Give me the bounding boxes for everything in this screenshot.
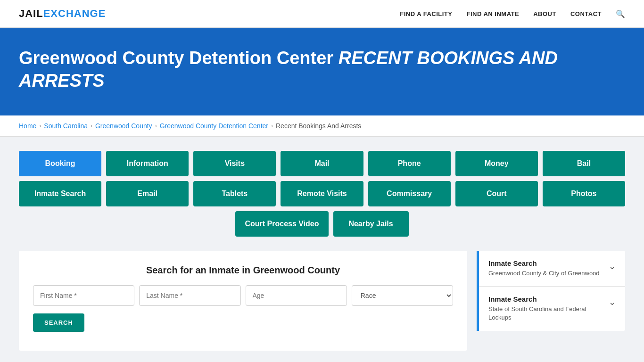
last-name-input[interactable] (139, 285, 240, 306)
sidebar-item-sc[interactable]: Inmate Search State of South Carolina an… (479, 287, 625, 330)
sidebar-item-greenwood-content: Inmate Search Greenwood County & City of… (488, 259, 600, 278)
breadcrumb-facility[interactable]: Greenwood County Detention Center (160, 122, 268, 130)
main-flex-area: Search for an Inmate in Greenwood County… (19, 251, 625, 351)
nav-button-row-2: Inmate Search Email Tablets Remote Visit… (19, 181, 625, 206)
btn-email[interactable]: Email (106, 181, 189, 206)
search-panel: Search for an Inmate in Greenwood County… (19, 251, 467, 351)
breadcrumb-home[interactable]: Home (19, 122, 36, 130)
sidebar-wrapper: Inmate Search Greenwood County & City of… (477, 251, 625, 331)
btn-inmate-search[interactable]: Inmate Search (19, 181, 101, 206)
logo-jail: JAIL (19, 8, 43, 19)
nav-link-contact[interactable]: CONTACT (570, 10, 602, 17)
search-icon[interactable]: 🔍 (616, 9, 625, 18)
sidebar-item-greenwood-subtitle: Greenwood County & City of Greenwood (488, 269, 600, 278)
btn-remote-visits[interactable]: Remote Visits (281, 181, 363, 206)
site-logo[interactable]: JAILEXCHANGE (19, 8, 106, 20)
btn-money[interactable]: Money (455, 151, 538, 176)
breadcrumb: Home › South Carolina › Greenwood County… (0, 115, 644, 137)
btn-information[interactable]: Information (106, 151, 189, 176)
btn-tablets[interactable]: Tablets (193, 181, 276, 206)
btn-booking[interactable]: Booking (19, 151, 101, 176)
logo-exchange: EXCHANGE (43, 8, 106, 19)
sidebar-item-greenwood[interactable]: Inmate Search Greenwood County & City of… (479, 251, 625, 287)
btn-nearby-jails[interactable]: Nearby Jails (333, 211, 409, 237)
content-area: Booking Information Visits Mail Phone Mo… (0, 137, 644, 362)
chevron-down-icon: ⌄ (609, 261, 616, 272)
breadcrumb-sep-1: › (39, 123, 41, 129)
navbar-links: FIND A FACILITY FIND AN INMATE ABOUT CON… (400, 9, 625, 18)
breadcrumb-county[interactable]: Greenwood County (95, 122, 152, 130)
search-button[interactable]: SEARCH (33, 313, 84, 332)
race-select[interactable]: Race (352, 285, 453, 306)
nav-button-row-1: Booking Information Visits Mail Phone Mo… (19, 151, 625, 176)
btn-mail[interactable]: Mail (281, 151, 363, 176)
btn-court-process-video[interactable]: Court Process Video (235, 211, 328, 237)
nav-button-row-3: Court Process Video Nearby Jails (19, 211, 625, 237)
breadcrumb-sep-3: › (155, 123, 157, 129)
breadcrumb-sep-4: › (271, 123, 273, 129)
nav-link-find-inmate[interactable]: FIND AN INMATE (466, 10, 519, 17)
breadcrumb-sep-2: › (91, 123, 92, 129)
breadcrumb-current: Recent Bookings And Arrests (276, 122, 361, 130)
search-panel-title: Search for an Inmate in Greenwood County (33, 265, 453, 276)
sidebar-item-greenwood-title: Inmate Search (488, 259, 600, 267)
hero-title-main: Greenwood County Detention Center (19, 48, 333, 68)
hero-banner: Greenwood County Detention Center RECENT… (0, 28, 644, 115)
btn-bail[interactable]: Bail (543, 151, 625, 176)
nav-link-about[interactable]: ABOUT (533, 10, 556, 17)
btn-court[interactable]: Court (455, 181, 538, 206)
age-input[interactable] (246, 285, 347, 306)
sidebar-item-sc-content: Inmate Search State of South Carolina an… (488, 295, 609, 322)
btn-commissary[interactable]: Commissary (368, 181, 451, 206)
btn-visits[interactable]: Visits (193, 151, 276, 176)
nav-link-find-facility[interactable]: FIND A FACILITY (400, 10, 452, 17)
sidebar-item-sc-title: Inmate Search (488, 295, 609, 303)
first-name-input[interactable] (33, 285, 134, 306)
navbar: JAILEXCHANGE FIND A FACILITY FIND AN INM… (0, 0, 644, 28)
sidebar-item-sc-subtitle: State of South Carolina and Federal Lock… (488, 305, 609, 322)
btn-phone[interactable]: Phone (368, 151, 451, 176)
breadcrumb-sc[interactable]: South Carolina (44, 122, 88, 130)
page-title: Greenwood County Detention Center RECENT… (19, 47, 625, 92)
search-fields: Race (33, 285, 453, 306)
chevron-down-icon-2: ⌄ (609, 297, 616, 307)
nav-button-grid: Booking Information Visits Mail Phone Mo… (19, 151, 625, 237)
btn-photos[interactable]: Photos (543, 181, 625, 206)
sidebar: Inmate Search Greenwood County & City of… (479, 251, 625, 331)
